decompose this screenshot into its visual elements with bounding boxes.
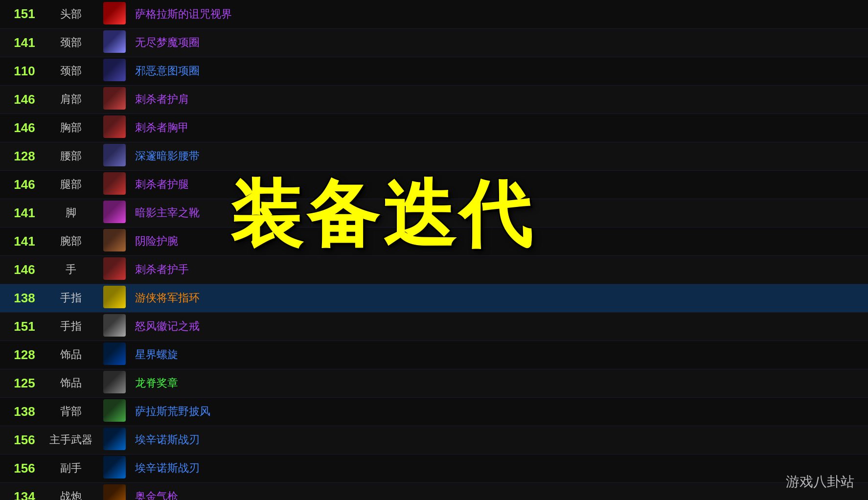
icon-symbol xyxy=(103,286,126,308)
equipment-table: 151 头部 萨格拉斯的诅咒视界 141 颈部 无尽梦魔项圈 110 颈部 xyxy=(0,0,868,500)
item-level: 128 xyxy=(0,142,44,170)
item-icon-cell xyxy=(98,482,131,500)
item-icon xyxy=(103,484,126,500)
item-name: 暗影主宰之靴 xyxy=(131,199,868,227)
item-level: 141 xyxy=(0,227,44,255)
item-icon xyxy=(103,286,126,308)
icon-symbol xyxy=(103,2,126,24)
item-icon xyxy=(103,201,126,223)
icon-symbol xyxy=(103,399,126,422)
table-row: 141 腕部 阴险护腕 xyxy=(0,227,868,255)
item-icon-cell xyxy=(98,227,131,255)
item-icon-cell xyxy=(98,170,131,199)
table-row: 146 肩部 刺杀者护肩 xyxy=(0,85,868,114)
item-name: 深邃暗影腰带 xyxy=(131,142,868,170)
item-level: 138 xyxy=(0,284,44,312)
item-level: 146 xyxy=(0,170,44,199)
item-slot: 饰品 xyxy=(44,369,98,397)
item-name: 星界螺旋 xyxy=(131,341,868,369)
icon-symbol xyxy=(103,59,126,81)
table-row: 110 颈部 邪恶意图项圈 xyxy=(0,57,868,85)
item-level: 110 xyxy=(0,57,44,85)
item-slot: 颈部 xyxy=(44,57,98,85)
item-name: 刺杀者护腿 xyxy=(131,170,868,199)
item-icon-cell xyxy=(98,255,131,284)
icon-symbol xyxy=(103,371,126,393)
item-icon-cell xyxy=(98,28,131,57)
item-icon-cell xyxy=(98,341,131,369)
item-icon-cell xyxy=(98,454,131,482)
item-icon xyxy=(103,172,126,195)
table-row: 151 头部 萨格拉斯的诅咒视界 xyxy=(0,0,868,28)
item-level: 156 xyxy=(0,454,44,482)
item-level: 151 xyxy=(0,0,44,28)
item-icon xyxy=(103,399,126,422)
item-name: 龙脊奖章 xyxy=(131,369,868,397)
item-slot: 主手武器 xyxy=(44,426,98,454)
item-level: 138 xyxy=(0,397,44,426)
item-level: 125 xyxy=(0,369,44,397)
item-level: 146 xyxy=(0,114,44,142)
table-row: 128 饰品 星界螺旋 xyxy=(0,341,868,369)
item-level: 151 xyxy=(0,312,44,341)
item-slot: 手指 xyxy=(44,312,98,341)
item-name: 萨格拉斯的诅咒视界 xyxy=(131,0,868,28)
item-icon-cell xyxy=(98,312,131,341)
item-slot: 副手 xyxy=(44,454,98,482)
item-name: 刺杀者胸甲 xyxy=(131,114,868,142)
icon-symbol xyxy=(103,229,126,251)
item-slot: 背部 xyxy=(44,397,98,426)
item-icon xyxy=(103,257,126,280)
item-slot: 颈部 xyxy=(44,28,98,57)
item-name: 埃辛诺斯战刃 xyxy=(131,454,868,482)
item-name: 阴险护腕 xyxy=(131,227,868,255)
item-name: 无尽梦魔项圈 xyxy=(131,28,868,57)
item-name: 刺杀者护手 xyxy=(131,255,868,284)
table-row: 141 脚 暗影主宰之靴 xyxy=(0,199,868,227)
icon-symbol xyxy=(103,257,126,280)
item-slot: 肩部 xyxy=(44,85,98,114)
table-row: 134 战炮 奥金气枪 xyxy=(0,482,868,500)
icon-symbol xyxy=(103,456,126,478)
table-row: 138 背部 萨拉斯荒野披风 xyxy=(0,397,868,426)
item-icon-cell xyxy=(98,114,131,142)
table-row: 141 颈部 无尽梦魔项圈 xyxy=(0,28,868,57)
table-row: 146 腿部 刺杀者护腿 xyxy=(0,170,868,199)
item-slot: 腕部 xyxy=(44,227,98,255)
item-slot: 脚 xyxy=(44,199,98,227)
table-row: 138 手指 游侠将军指环 xyxy=(0,284,868,312)
item-name: 刺杀者护肩 xyxy=(131,85,868,114)
item-icon xyxy=(103,229,126,251)
item-slot: 手 xyxy=(44,255,98,284)
table-row: 125 饰品 龙脊奖章 xyxy=(0,369,868,397)
item-name: 游侠将军指环 xyxy=(131,284,868,312)
item-name: 埃辛诺斯战刃 xyxy=(131,426,868,454)
table-row: 156 主手武器 埃辛诺斯战刃 xyxy=(0,426,868,454)
item-icon xyxy=(103,342,126,365)
item-icon xyxy=(103,30,126,53)
item-icon xyxy=(103,87,126,110)
table-row: 151 手指 怒风徽记之戒 xyxy=(0,312,868,341)
item-slot: 手指 xyxy=(44,284,98,312)
item-level: 128 xyxy=(0,341,44,369)
icon-symbol xyxy=(103,484,126,500)
item-slot: 胸部 xyxy=(44,114,98,142)
item-level: 141 xyxy=(0,28,44,57)
item-icon xyxy=(103,314,126,337)
item-level: 146 xyxy=(0,255,44,284)
item-slot: 腿部 xyxy=(44,170,98,199)
icon-symbol xyxy=(103,172,126,195)
table-row: 128 腰部 深邃暗影腰带 xyxy=(0,142,868,170)
table-row: 146 胸部 刺杀者胸甲 xyxy=(0,114,868,142)
item-icon xyxy=(103,144,126,166)
item-level: 146 xyxy=(0,85,44,114)
item-slot: 头部 xyxy=(44,0,98,28)
item-icon-cell xyxy=(98,57,131,85)
item-icon xyxy=(103,2,126,24)
icon-symbol xyxy=(103,87,126,110)
item-icon xyxy=(103,456,126,478)
item-icon-cell xyxy=(98,0,131,28)
item-slot: 战炮 xyxy=(44,482,98,500)
item-level: 141 xyxy=(0,199,44,227)
item-name: 邪恶意图项圈 xyxy=(131,57,868,85)
